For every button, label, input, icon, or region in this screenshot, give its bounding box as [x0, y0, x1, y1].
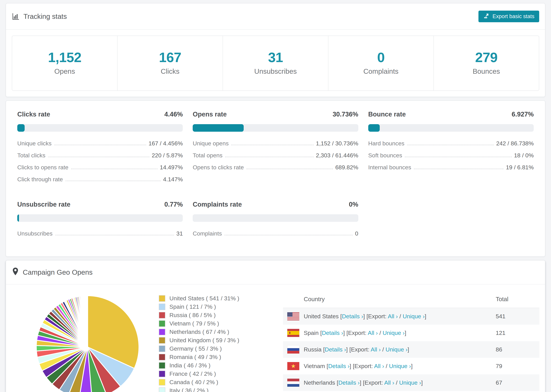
legend-item: Italy ( 36 / 2% ) [159, 387, 255, 392]
pie-slice[interactable] [87, 296, 88, 347]
rate-row-value: 2,303 / 61.446% [316, 152, 358, 159]
dotted-leader [55, 235, 174, 235]
rate-rows: Hard bounces 242 / 86.738% Soft bounces … [368, 140, 534, 171]
legend-item: Romania ( 49 / 3% ) [159, 354, 255, 360]
rate-row-label: Total clicks [17, 152, 45, 159]
tracking-stats-card: Tracking stats Export basic stats 1,152O… [6, 3, 545, 97]
total-cell: 67 [496, 379, 539, 386]
bracket: [ [337, 379, 338, 386]
geo-table-row: Russia [Details ›] [Export: All › / Uniq… [283, 341, 539, 358]
rate-row: Opens to clicks rate 689.82% [193, 163, 358, 171]
geo-body: United States ( 541 / 31% ) Spain ( 121 … [6, 284, 545, 392]
geo-legend: United States ( 541 / 31% ) Spain ( 121 … [159, 295, 255, 392]
rate-row-label: Click through rate [17, 176, 63, 183]
rate-title: Complaints rate [193, 201, 242, 208]
rate-head: Opens rate 30.736% [193, 111, 358, 118]
details-link[interactable]: Details › [328, 363, 350, 369]
flag-us-icon [287, 312, 299, 320]
legend-item: Germany ( 55 / 3% ) [159, 345, 255, 352]
tracking-stats-title: Tracking stats [12, 13, 67, 21]
country-name: Spain [304, 329, 319, 336]
rate-row-label: Hard bounces [368, 140, 404, 147]
stat-label: Bounces [434, 67, 539, 75]
bracket: / [381, 346, 386, 353]
rate-title: Bounce rate [368, 111, 406, 118]
legend-item: United Kingdom ( 59 / 3% ) [159, 337, 255, 343]
export-unique-link[interactable]: Unique › [399, 379, 421, 386]
rate-block-3: Unsubscribe rate 0.77% Unsubscribes 31 [17, 201, 183, 242]
bracket: [ [327, 363, 328, 369]
progress-bar-track [193, 214, 358, 222]
rate-row: Hard bounces 242 / 86.738% [368, 140, 534, 147]
rate-title: Opens rate [193, 111, 227, 118]
stat-label: Clicks [118, 67, 223, 75]
geo-pie-chart[interactable] [33, 292, 142, 392]
bar-chart-icon [12, 13, 20, 20]
details-link[interactable]: Details › [325, 346, 346, 353]
rate-row-value: 14.497% [160, 164, 183, 171]
page-title: Tracking stats [23, 13, 67, 21]
export-all-link[interactable]: All › [368, 329, 378, 336]
export-all-link[interactable]: All › [371, 346, 381, 353]
rate-row: Unique opens 1,152 / 30.736% [193, 140, 358, 147]
export-all-link[interactable]: All › [384, 379, 395, 386]
rate-row: Unique clicks 167 / 4.456% [17, 140, 183, 147]
progress-bar-fill [193, 124, 243, 132]
country-name: Netherlands [304, 379, 335, 386]
dotted-leader [405, 157, 512, 157]
export-unique-link[interactable]: Unique › [383, 329, 405, 336]
legend-label: Spain ( 121 / 7% ) [170, 303, 216, 310]
legend-item: France ( 42 / 2% ) [159, 371, 255, 377]
bracket: ] [Export: [360, 379, 384, 386]
legend-item: Spain ( 121 / 7% ) [159, 303, 255, 310]
rate-block-4: Complaints rate 0% Complaints 0 [193, 201, 358, 242]
geo-table-row: Vietnam [Details ›] [Export: All › / Uni… [283, 358, 539, 374]
rate-row-value: 242 / 86.738% [496, 140, 534, 147]
country-cell: Netherlands [Details ›] [Export: All › /… [304, 379, 496, 386]
dotted-leader [414, 169, 503, 169]
rate-row: Clicks to opens rate 14.497% [17, 163, 183, 171]
bracket: [ [320, 329, 322, 336]
stat-label: Unsubscribes [223, 67, 328, 75]
rate-row-value: 689.82% [335, 164, 358, 171]
rate-row-label: Internal bounces [368, 164, 411, 171]
dotted-leader [65, 181, 161, 181]
rate-row: Total opens 2,303 / 61.446% [193, 152, 358, 159]
rate-row: Complaints 0 [193, 230, 358, 237]
legend-label: Canada ( 40 / 2% ) [170, 379, 218, 385]
rate-head: Complaints rate 0% [193, 201, 358, 208]
country-name: United States [304, 313, 339, 320]
legend-item: Netherlands ( 67 / 4% ) [159, 329, 255, 335]
progress-bar-fill [17, 124, 25, 132]
bracket: ] [Export: [343, 329, 368, 336]
export-basic-stats-button[interactable]: Export basic stats [479, 11, 539, 22]
country-cell: Russia [Details ›] [Export: All › / Uniq… [304, 346, 496, 353]
export-all-link[interactable]: All › [374, 363, 384, 369]
stat-value: 167 [118, 50, 223, 65]
rate-row-label: Unique opens [193, 140, 229, 147]
details-link[interactable]: Details › [342, 313, 363, 320]
details-link[interactable]: Details › [322, 329, 343, 336]
rate-row-label: Unique clicks [17, 140, 51, 147]
stat-value: 1,152 [12, 50, 117, 65]
stat-label: Opens [12, 67, 117, 75]
rate-row: Click through rate 4.147% [17, 175, 183, 183]
geo-table-rows: United States [Details ›] [Export: All ›… [283, 308, 539, 392]
total-column-header: Total [496, 296, 539, 302]
export-unique-link[interactable]: Unique › [389, 363, 411, 369]
rate-row-label: Total opens [193, 152, 222, 159]
progress-bar-track [368, 124, 534, 132]
details-link[interactable]: Details › [338, 379, 360, 386]
legend-swatch [159, 329, 165, 335]
rate-row-value: 18 / 0% [514, 152, 534, 159]
map-pin-icon [12, 267, 19, 277]
bracket: / [394, 379, 399, 386]
export-unique-link[interactable]: Unique › [403, 313, 425, 320]
export-unique-link[interactable]: Unique › [386, 346, 408, 353]
geo-title: Campaign Geo Opens [23, 268, 92, 276]
legend-swatch [159, 295, 165, 302]
export-all-link[interactable]: All › [388, 313, 398, 320]
legend-label: Russia ( 86 / 5% ) [170, 312, 216, 318]
rate-block-2: Bounce rate 6.927% Hard bounces 242 / 86… [368, 111, 534, 188]
rate-rows: Unique opens 1,152 / 30.736% Total opens… [193, 140, 358, 171]
